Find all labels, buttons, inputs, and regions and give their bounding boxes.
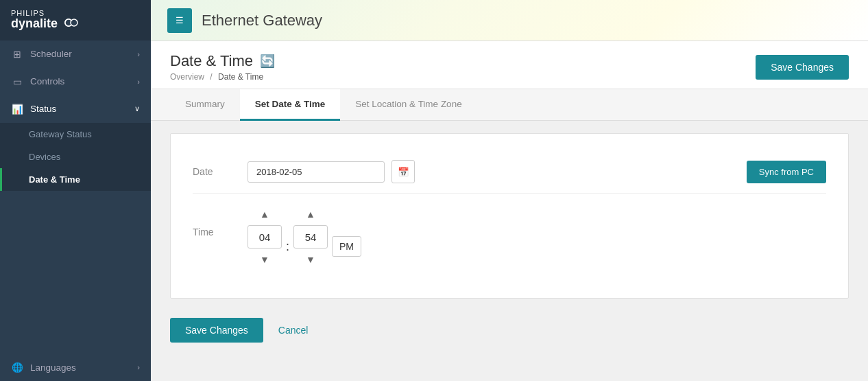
sidebar-item-label: Controls (30, 76, 64, 86)
date-label: Date (193, 166, 248, 177)
form-panel: Date 📅 Sync from PC Time ▲ (170, 133, 849, 299)
sidebar-item-status[interactable]: 📊 Status ∨ (0, 95, 151, 123)
minutes-down-button[interactable]: ▼ (300, 253, 321, 266)
sidebar-item-label: Scheduler (30, 49, 72, 59)
svg-point-2 (71, 19, 77, 26)
brand-icon (64, 18, 79, 27)
sidebar-status-submenu: Gateway Status Devices Date & Time (0, 123, 151, 191)
hamburger-icon: ☰ (176, 15, 184, 25)
breadcrumb-separator: / (210, 72, 212, 82)
page-header: Date & Time 🔄 Overview / Date & Time Sav… (151, 41, 868, 89)
calendar-icon: ⊞ (11, 49, 23, 60)
topbar-title: Ethernet Gateway (202, 12, 322, 30)
globe-icon: 🌐 (11, 362, 23, 373)
sidebar-item-scheduler[interactable]: ⊞ Scheduler › (0, 41, 151, 68)
time-colon: : (286, 220, 289, 254)
breadcrumb-current: Date & Time (218, 72, 263, 82)
date-row: Date 📅 Sync from PC (193, 150, 826, 194)
tab-set-date-time[interactable]: Set Date & Time (240, 89, 341, 121)
monitor-icon: ▭ (11, 76, 23, 87)
minutes-value: 54 (293, 225, 328, 249)
chevron-right-icon: › (137, 50, 140, 58)
sidebar-item-date-time[interactable]: Date & Time (0, 168, 151, 191)
sidebar: PHILIPS dynalite ⊞ Scheduler › ▭ Control… (0, 0, 151, 381)
sync-from-pc-button[interactable]: Sync from PC (747, 161, 826, 183)
page-title: Date & Time (170, 52, 253, 70)
sidebar-item-label: Languages (30, 362, 76, 373)
sidebar-item-label: Status (30, 104, 56, 114)
cancel-button[interactable]: Cancel (273, 318, 314, 343)
topbar: ☰ Ethernet Gateway (151, 0, 868, 41)
sidebar-item-controls[interactable]: ▭ Controls › (0, 68, 151, 95)
minutes-control: ▲ 54 ▼ (293, 207, 328, 266)
chevron-down-icon: ∨ (134, 104, 140, 113)
footer-buttons: Save Changes Cancel (151, 311, 868, 356)
date-control-area: 📅 Sync from PC (248, 160, 826, 183)
sidebar-item-gateway-status[interactable]: Gateway Status (0, 123, 151, 146)
hours-down-button[interactable]: ▼ (254, 253, 275, 266)
tab-bar: Summary Set Date & Time Set Location & T… (151, 89, 868, 121)
time-control-area: ▲ 04 ▼ : ▲ 54 ▼ PM (248, 207, 826, 266)
hamburger-button[interactable]: ☰ (167, 8, 192, 33)
minutes-up-button[interactable]: ▲ (300, 207, 321, 221)
tab-set-location[interactable]: Set Location & Time Zone (340, 89, 477, 121)
refresh-icon[interactable]: 🔄 (260, 54, 275, 69)
main-content: ☰ Ethernet Gateway Date & Time 🔄 Overvie… (151, 0, 868, 381)
sidebar-item-languages[interactable]: 🌐 Languages › (0, 354, 151, 381)
calendar-icon: 📅 (398, 167, 409, 177)
bar-chart-icon: 📊 (11, 104, 23, 115)
hours-up-button[interactable]: ▲ (254, 207, 275, 221)
time-row: Time ▲ 04 ▼ : ▲ 54 (193, 194, 826, 276)
breadcrumb-overview-link[interactable]: Overview (170, 72, 204, 82)
breadcrumb: Overview / Date & Time (170, 72, 275, 82)
chevron-right-icon: › (137, 363, 140, 371)
calendar-button[interactable]: 📅 (391, 160, 415, 183)
sidebar-item-devices[interactable]: Devices (0, 146, 151, 168)
hours-control: ▲ 04 ▼ (248, 207, 282, 266)
sidebar-logo: PHILIPS dynalite (0, 0, 151, 41)
hours-value: 04 (248, 225, 282, 249)
brand-dynalite: dynalite (11, 16, 79, 30)
save-changes-button-top[interactable]: Save Changes (756, 55, 849, 80)
content-area: Date & Time 🔄 Overview / Date & Time Sav… (151, 41, 868, 381)
time-inner: ▲ 04 ▼ : ▲ 54 ▼ PM (248, 207, 361, 266)
time-label: Time (193, 207, 248, 238)
date-input[interactable] (248, 161, 385, 183)
tab-summary[interactable]: Summary (170, 89, 240, 121)
save-changes-button-bottom[interactable]: Save Changes (170, 318, 263, 343)
logo-text-group: PHILIPS dynalite (11, 10, 79, 31)
ampm-value[interactable]: PM (332, 236, 361, 257)
chevron-right-icon: › (137, 78, 140, 86)
